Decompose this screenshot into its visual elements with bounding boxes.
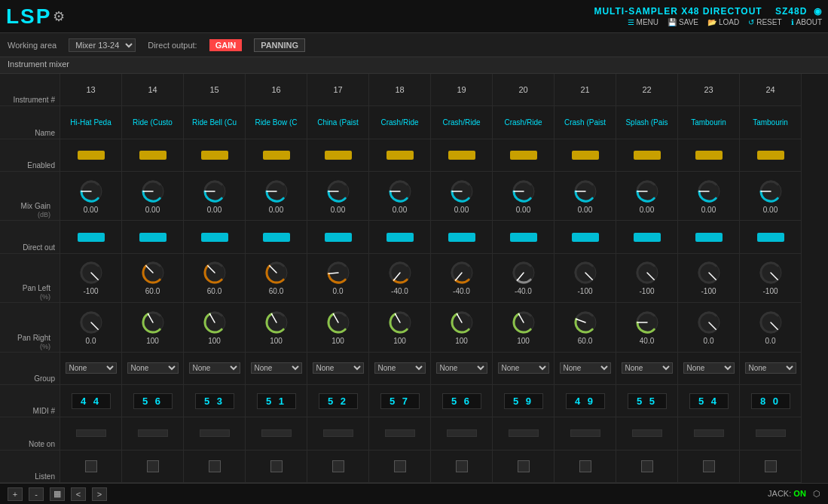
direct-out-cell[interactable]: [616, 221, 678, 253]
direct-out-btn[interactable]: [78, 233, 105, 242]
listen-cell[interactable]: [184, 451, 246, 483]
enabled-toggle[interactable]: [387, 151, 414, 160]
direct-out-btn[interactable]: [448, 233, 475, 242]
enabled-toggle[interactable]: [78, 151, 105, 160]
mix-gain-knob[interactable]: 0.00: [678, 172, 740, 221]
mix-gain-knob[interactable]: 0.00: [616, 172, 678, 221]
listen-cell[interactable]: [122, 451, 184, 483]
enabled-cell[interactable]: [616, 139, 678, 172]
direct-out-btn[interactable]: [139, 233, 167, 242]
enabled-toggle[interactable]: [757, 151, 784, 160]
enabled-toggle[interactable]: [263, 151, 290, 160]
mix-gain-knob[interactable]: 0.00: [555, 172, 616, 221]
enabled-cell[interactable]: [184, 139, 246, 172]
direct-out-cell[interactable]: [184, 221, 246, 253]
pan-left-knob[interactable]: -40.0: [369, 254, 431, 303]
direct-out-cell[interactable]: [678, 221, 740, 253]
listen-cell[interactable]: [307, 451, 369, 483]
listen-cell[interactable]: [493, 451, 555, 483]
group-cell[interactable]: None: [431, 353, 493, 385]
pan-left-knob[interactable]: -100: [678, 254, 740, 303]
add-button[interactable]: +: [8, 487, 23, 501]
working-area-select[interactable]: Mixer 13-24 Mixer 1-12 Mixer 25-36 Mixer…: [69, 38, 136, 52]
pan-left-knob[interactable]: -100: [616, 254, 678, 303]
group-select[interactable]: None: [745, 362, 796, 374]
pan-right-knob[interactable]: 0.0: [678, 303, 740, 352]
listen-checkbox[interactable]: [394, 460, 406, 472]
gain-button[interactable]: GAIN: [209, 39, 243, 51]
grid-button[interactable]: ▦: [50, 487, 65, 501]
direct-out-btn[interactable]: [695, 233, 723, 242]
direct-out-btn[interactable]: [387, 233, 414, 242]
pan-right-knob[interactable]: 0.0: [740, 303, 802, 352]
group-cell[interactable]: None: [555, 353, 616, 385]
group-select[interactable]: None: [683, 362, 735, 374]
direct-out-cell[interactable]: [369, 221, 431, 253]
mixer-container[interactable]: Instrument #131415161718192021222324Name…: [0, 74, 828, 483]
direct-out-btn[interactable]: [201, 233, 228, 242]
group-cell[interactable]: None: [246, 353, 307, 385]
menu-button[interactable]: ☰ MENU: [628, 18, 658, 26]
listen-checkbox[interactable]: [456, 460, 468, 472]
enabled-toggle[interactable]: [695, 151, 723, 160]
listen-checkbox[interactable]: [85, 460, 97, 472]
pan-left-knob[interactable]: 60.0: [184, 254, 246, 303]
enabled-toggle[interactable]: [448, 151, 475, 160]
pan-left-knob[interactable]: 0.0: [307, 254, 369, 303]
listen-checkbox[interactable]: [703, 460, 715, 472]
about-button[interactable]: ℹ ABOUT: [791, 18, 822, 26]
listen-cell[interactable]: [369, 451, 431, 483]
pan-right-knob[interactable]: 0.0: [60, 303, 122, 352]
group-select[interactable]: None: [374, 362, 426, 374]
listen-cell[interactable]: [678, 451, 740, 483]
enabled-cell[interactable]: [740, 139, 802, 172]
group-select[interactable]: None: [436, 362, 487, 374]
group-cell[interactable]: None: [740, 353, 802, 385]
mix-gain-knob[interactable]: 0.00: [740, 172, 802, 221]
direct-out-cell[interactable]: [740, 221, 802, 253]
enabled-toggle[interactable]: [139, 151, 167, 160]
direct-out-btn[interactable]: [510, 233, 537, 242]
listen-checkbox[interactable]: [765, 460, 777, 472]
listen-checkbox[interactable]: [641, 460, 653, 472]
pan-right-knob[interactable]: 100: [184, 303, 246, 352]
group-select[interactable]: None: [313, 362, 364, 374]
scroll-left-button[interactable]: <: [71, 487, 86, 501]
enabled-toggle[interactable]: [572, 151, 599, 160]
listen-checkbox[interactable]: [579, 460, 591, 472]
pan-right-knob[interactable]: 60.0: [555, 303, 616, 352]
group-cell[interactable]: None: [493, 353, 555, 385]
pan-left-knob[interactable]: -100: [555, 254, 616, 303]
enabled-toggle[interactable]: [510, 151, 537, 160]
mix-gain-knob[interactable]: 0.00: [246, 172, 307, 221]
pan-right-knob[interactable]: 100: [493, 303, 555, 352]
pan-right-knob[interactable]: 100: [307, 303, 369, 352]
pan-right-knob[interactable]: 100: [369, 303, 431, 352]
group-cell[interactable]: None: [60, 353, 122, 385]
listen-cell[interactable]: [431, 451, 493, 483]
group-cell[interactable]: None: [122, 353, 184, 385]
pan-right-knob[interactable]: 40.0: [616, 303, 678, 352]
group-select[interactable]: None: [127, 362, 179, 374]
direct-out-cell[interactable]: [493, 221, 555, 253]
pan-right-knob[interactable]: 100: [122, 303, 184, 352]
pan-left-knob[interactable]: -100: [60, 254, 122, 303]
group-cell[interactable]: None: [616, 353, 678, 385]
mix-gain-knob[interactable]: 0.00: [184, 172, 246, 221]
group-cell[interactable]: None: [307, 353, 369, 385]
group-select[interactable]: None: [251, 362, 302, 374]
listen-checkbox[interactable]: [270, 460, 283, 472]
pan-left-knob[interactable]: -100: [740, 254, 802, 303]
listen-cell[interactable]: [616, 451, 678, 483]
pan-left-knob[interactable]: -40.0: [431, 254, 493, 303]
remove-button[interactable]: -: [29, 487, 44, 501]
direct-out-cell[interactable]: [431, 221, 493, 253]
mix-gain-knob[interactable]: 0.00: [369, 172, 431, 221]
mix-gain-knob[interactable]: 0.00: [60, 172, 122, 221]
mix-gain-knob[interactable]: 0.00: [431, 172, 493, 221]
direct-out-btn[interactable]: [325, 233, 352, 242]
listen-cell[interactable]: [246, 451, 307, 483]
direct-out-cell[interactable]: [246, 221, 307, 253]
enabled-toggle[interactable]: [634, 151, 661, 160]
listen-cell[interactable]: [60, 451, 122, 483]
